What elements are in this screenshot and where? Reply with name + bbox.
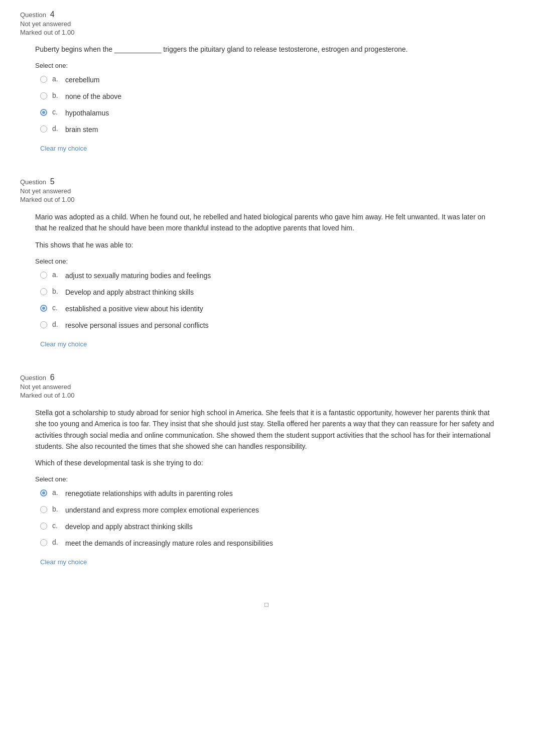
option-5d-radio[interactable]: [40, 321, 47, 328]
option-5c-radio[interactable]: [40, 305, 47, 312]
question-5-content: Mario was adopted as a child. When he fo…: [20, 211, 513, 348]
question-4-clear[interactable]: Clear my choice: [40, 145, 87, 152]
option-4b[interactable]: b. none of the above: [40, 90, 498, 103]
question-4-meta: Question 4 Not yet answered Marked out o…: [20, 10, 513, 36]
option-6d[interactable]: d. meet the demands of increasingly matu…: [40, 537, 498, 550]
option-4d-letter: d.: [52, 124, 62, 133]
option-6c-text: develop and apply abstract thinking skil…: [65, 522, 193, 532]
page-indicator: ◻: [264, 601, 269, 608]
question-6-select-label: Select one:: [35, 475, 498, 483]
question-6-content: Stella got a scholarship to study abroad…: [20, 407, 513, 566]
question-4-number: 4: [50, 10, 55, 19]
option-5a-radio[interactable]: [40, 272, 47, 279]
question-6-status: Not yet answered: [20, 383, 513, 391]
option-5b-text: Develop and apply abstract thinking skil…: [65, 287, 194, 298]
question-5: Question 5 Not yet answered Marked out o…: [20, 177, 513, 358]
option-4a[interactable]: a. cerebellum: [40, 73, 498, 87]
question-4-content: Puberty begins when the ____________ tri…: [20, 44, 513, 152]
question-4-label: Question: [20, 11, 48, 19]
option-5a-letter: a.: [52, 271, 62, 279]
option-4b-radio[interactable]: [40, 92, 47, 99]
option-6c-radio[interactable]: [40, 523, 47, 530]
question-4-options: a. cerebellum b. none of the above c. hy…: [40, 73, 498, 137]
option-4a-radio[interactable]: [40, 76, 47, 83]
option-5c-text: established a positive view about his id…: [65, 304, 203, 314]
option-5d[interactable]: d. resolve personal issues and personal …: [40, 319, 498, 332]
option-4c-text: hypothalamus: [65, 108, 109, 118]
question-6-passage: Stella got a scholarship to study abroad…: [35, 407, 498, 452]
option-6a-letter: a.: [52, 488, 62, 496]
option-6d-text: meet the demands of increasingly mature …: [65, 538, 273, 549]
option-5d-letter: d.: [52, 320, 62, 328]
question-6: Question 6 Not yet answered Marked out o…: [20, 373, 513, 576]
page-footer: ◻: [20, 596, 513, 613]
question-5-status: Not yet answered: [20, 187, 513, 195]
option-4c-radio[interactable]: [40, 109, 47, 116]
question-6-number: 6: [50, 373, 55, 382]
option-5c[interactable]: c. established a positive view about his…: [40, 302, 498, 316]
option-6b-radio[interactable]: [40, 506, 47, 513]
question-5-select-label: Select one:: [35, 258, 498, 265]
option-5a[interactable]: a. adjust to sexually maturing bodies an…: [40, 269, 498, 283]
option-5a-text: adjust to sexually maturing bodies and f…: [65, 271, 211, 281]
question-6-options: a. renegotiate relationships with adults…: [40, 487, 498, 550]
option-4a-letter: a.: [52, 75, 62, 83]
question-6-clear[interactable]: Clear my choice: [40, 558, 87, 566]
question-4-status: Not yet answered: [20, 20, 513, 28]
question-4-marked: Marked out of 1.00: [20, 29, 513, 36]
question-6-meta: Question 6 Not yet answered Marked out o…: [20, 373, 513, 399]
option-6b-text: understand and express more complex emot…: [65, 505, 259, 516]
option-4d[interactable]: d. brain stem: [40, 123, 498, 137]
option-5d-text: resolve personal issues and personal con…: [65, 320, 209, 331]
option-6c[interactable]: c. develop and apply abstract thinking s…: [40, 520, 498, 534]
option-5c-letter: c.: [52, 304, 62, 312]
question-5-number: 5: [50, 177, 55, 186]
option-6d-letter: d.: [52, 538, 62, 546]
option-6a-text: renegotiate relationships with adults in…: [65, 488, 233, 499]
question-5-passage: Mario was adopted as a child. When he fo…: [35, 211, 498, 234]
question-6-marked: Marked out of 1.00: [20, 392, 513, 399]
question-4-text: Puberty begins when the ____________ tri…: [35, 44, 498, 55]
option-5b-letter: b.: [52, 287, 62, 295]
option-4b-text: none of the above: [65, 91, 121, 102]
option-5b[interactable]: b. Develop and apply abstract thinking s…: [40, 286, 498, 299]
option-6a[interactable]: a. renegotiate relationships with adults…: [40, 487, 498, 500]
question-4-select-label: Select one:: [35, 62, 498, 69]
question-5-label: Question: [20, 178, 48, 186]
option-4c-letter: c.: [52, 108, 62, 116]
question-4: Question 4 Not yet answered Marked out o…: [20, 10, 513, 162]
question-5-marked: Marked out of 1.00: [20, 196, 513, 203]
question-6-label: Question: [20, 374, 48, 382]
question-5-clear[interactable]: Clear my choice: [40, 340, 87, 348]
option-6d-radio[interactable]: [40, 539, 47, 546]
option-4c[interactable]: c. hypothalamus: [40, 106, 498, 120]
option-6b[interactable]: b. understand and express more complex e…: [40, 503, 498, 517]
option-5b-radio[interactable]: [40, 288, 47, 295]
question-6-subtext: Which of these developmental task is she…: [35, 458, 498, 468]
option-6c-letter: c.: [52, 522, 62, 530]
option-6a-radio[interactable]: [40, 489, 47, 496]
option-4a-text: cerebellum: [65, 75, 99, 85]
option-4d-radio[interactable]: [40, 125, 47, 133]
question-5-options: a. adjust to sexually maturing bodies an…: [40, 269, 498, 332]
question-5-subtext: This shows that he was able to:: [35, 240, 498, 250]
question-5-meta: Question 5 Not yet answered Marked out o…: [20, 177, 513, 203]
option-4b-letter: b.: [52, 91, 62, 99]
option-6b-letter: b.: [52, 505, 62, 513]
option-4d-text: brain stem: [65, 124, 98, 135]
